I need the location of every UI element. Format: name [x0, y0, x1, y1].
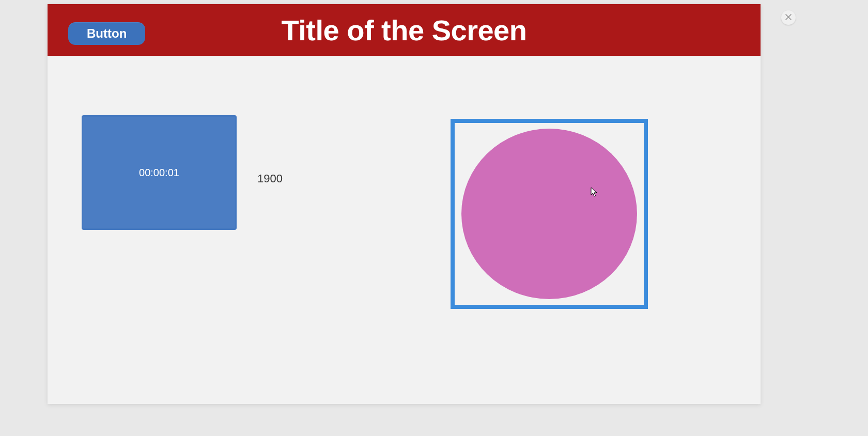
content-area: 00:00:01 1900 — [48, 56, 761, 404]
circle-shape — [461, 129, 637, 299]
timer-tile[interactable]: 00:00:01 — [82, 115, 237, 230]
main-window: Button Title of the Screen 00:00:01 1900 — [48, 4, 761, 404]
header: Button Title of the Screen — [48, 4, 761, 56]
frame-box[interactable] — [451, 119, 648, 309]
close-icon — [785, 13, 792, 22]
close-button[interactable] — [781, 10, 796, 25]
timer-value: 00:00:01 — [139, 167, 179, 179]
header-button[interactable]: Button — [68, 22, 145, 45]
screen-title: Title of the Screen — [48, 13, 761, 47]
year-value: 1900 — [257, 172, 283, 185]
